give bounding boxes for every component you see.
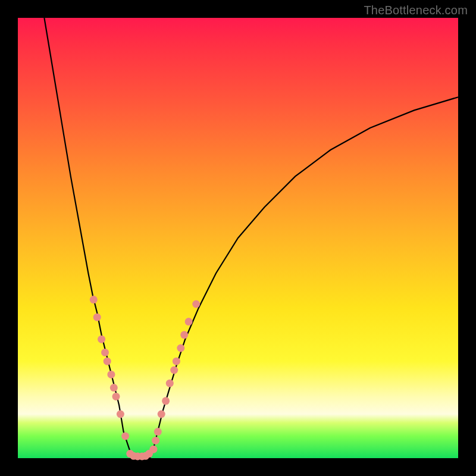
data-point-left: [107, 371, 115, 378]
data-point-left: [117, 411, 124, 418]
watermark-text: TheBottleneck.com: [364, 4, 468, 17]
data-point-right: [154, 428, 162, 436]
data-point-bottom: [145, 450, 153, 458]
data-point-left: [101, 349, 109, 356]
bottleneck-curve-left: [44, 18, 132, 458]
data-point-left: [121, 433, 129, 440]
dots-group: [90, 296, 200, 460]
data-point-right: [177, 345, 184, 352]
data-point-right: [162, 397, 170, 405]
data-point-right: [185, 318, 193, 325]
data-point-right: [180, 331, 188, 339]
chart-svg: [18, 18, 458, 458]
data-point-left: [90, 296, 98, 303]
bottleneck-curve-right: [150, 97, 458, 458]
data-point-left: [110, 384, 118, 392]
data-point-right: [192, 300, 200, 308]
data-point-left: [112, 393, 120, 400]
chart-plot-area: [18, 18, 458, 458]
data-point-left: [98, 336, 105, 343]
data-point-left: [93, 314, 101, 321]
data-point-right: [170, 367, 178, 374]
data-point-right: [158, 411, 165, 418]
data-point-left: [104, 358, 111, 365]
data-point-right: [173, 358, 180, 365]
curve-group: [44, 18, 458, 458]
data-point-right: [166, 380, 174, 387]
data-point-right: [152, 437, 159, 444]
